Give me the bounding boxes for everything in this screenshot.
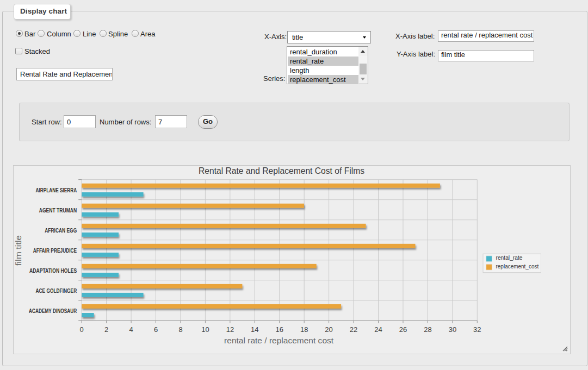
svg-text:rental_rate: rental_rate bbox=[496, 254, 523, 261]
svg-text:film title: film title bbox=[14, 235, 23, 266]
svg-text:30: 30 bbox=[449, 325, 456, 334]
svg-text:AFFAIR PREJUDICE: AFFAIR PREJUDICE bbox=[33, 248, 77, 254]
svg-text:10: 10 bbox=[201, 325, 209, 334]
svg-text:32: 32 bbox=[473, 325, 481, 334]
svg-text:replacement_cost: replacement_cost bbox=[496, 263, 539, 269]
svg-text:0: 0 bbox=[80, 325, 84, 334]
svg-text:AGENT TRUMAN: AGENT TRUMAN bbox=[39, 208, 77, 214]
svg-text:rental rate / replacement cost: rental rate / replacement cost bbox=[224, 336, 334, 345]
svg-text:12: 12 bbox=[226, 325, 234, 334]
svg-text:AIRPLANE SIERRA: AIRPLANE SIERRA bbox=[35, 187, 77, 193]
svg-text:Rental Rate and Replacement Co: Rental Rate and Replacement Cost of Film… bbox=[199, 166, 364, 175]
svg-text:4: 4 bbox=[129, 325, 133, 334]
svg-text:18: 18 bbox=[300, 325, 308, 334]
svg-text:ADAPTATION HOLES: ADAPTATION HOLES bbox=[29, 268, 77, 274]
svg-text:ACADEMY DINOSAUR: ACADEMY DINOSAUR bbox=[29, 308, 77, 314]
svg-text:28: 28 bbox=[424, 325, 431, 334]
svg-text:8: 8 bbox=[178, 325, 182, 334]
svg-text:16: 16 bbox=[275, 325, 283, 334]
svg-text:2: 2 bbox=[104, 325, 108, 334]
svg-text:26: 26 bbox=[399, 325, 407, 334]
svg-text:14: 14 bbox=[251, 325, 258, 334]
svg-text:ACE GOLDFINGER: ACE GOLDFINGER bbox=[35, 288, 77, 294]
svg-text:6: 6 bbox=[154, 325, 158, 334]
svg-text:22: 22 bbox=[350, 325, 357, 334]
svg-text:20: 20 bbox=[325, 325, 332, 334]
svg-text:AFRICAN EGG: AFRICAN EGG bbox=[45, 228, 77, 234]
svg-text:24: 24 bbox=[374, 325, 382, 334]
